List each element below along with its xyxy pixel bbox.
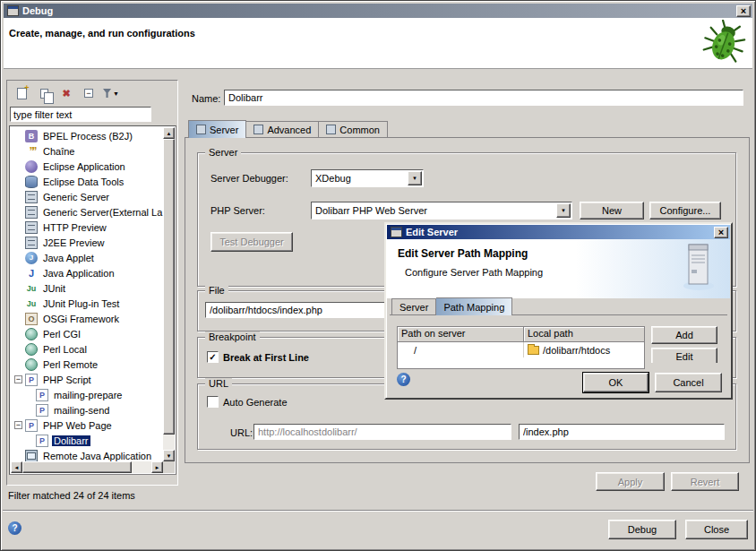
- tree-item[interactable]: Java Application: [11, 265, 163, 280]
- tree-expander-icon[interactable]: −: [14, 375, 22, 383]
- scroll-down-arrow[interactable]: [163, 450, 175, 461]
- bug-icon: [702, 20, 747, 66]
- mapping-row[interactable]: //dolibarr/htdocs: [398, 342, 644, 357]
- tree-item[interactable]: BPEL Process (B2J): [11, 128, 163, 143]
- filter-menu-button[interactable]: [103, 85, 119, 101]
- collapse-all-icon: [84, 89, 93, 98]
- name-input[interactable]: [224, 90, 743, 106]
- footer-separator: [3, 510, 753, 512]
- perl-icon: [25, 328, 38, 340]
- tree-item-label: OSGi Framework: [41, 314, 121, 324]
- folder-icon: [528, 346, 539, 355]
- new-server-button[interactable]: New: [580, 202, 644, 220]
- perl-icon: [25, 343, 38, 356]
- url-base-input[interactable]: [253, 424, 511, 440]
- tree-item[interactable]: Dolibarr: [11, 433, 163, 448]
- edit-mapping-button-clipped[interactable]: Edit: [651, 348, 717, 363]
- tree-item[interactable]: −PHP Script: [11, 372, 163, 387]
- tree-item[interactable]: Perl Remote: [11, 357, 163, 372]
- tab-label: Server: [399, 302, 428, 313]
- edit-mapping-button[interactable]: Edit: [651, 348, 717, 363]
- breakpoint-group-title: Breakpoint: [205, 331, 260, 342]
- tree-item[interactable]: Java Applet: [11, 250, 163, 265]
- add-mapping-button[interactable]: Add: [651, 326, 717, 344]
- tree-item[interactable]: Remote Java Application: [11, 448, 163, 461]
- tab-server-settings[interactable]: Server: [391, 298, 436, 315]
- collapse-all-button[interactable]: [81, 85, 97, 101]
- filter-input[interactable]: [10, 107, 151, 122]
- new-configuration-button[interactable]: [13, 85, 30, 101]
- php-file-icon: [36, 389, 48, 401]
- tree-item[interactable]: mailing-send: [11, 402, 163, 418]
- dialog-help-icon[interactable]: [397, 373, 410, 386]
- tree-item[interactable]: Perl Local: [11, 341, 163, 357]
- close-button[interactable]: Close: [685, 520, 748, 539]
- tab-advanced[interactable]: Advanced: [246, 121, 319, 138]
- tab-common[interactable]: Common: [319, 121, 388, 138]
- tree-item[interactable]: Generic Server(External La: [11, 204, 163, 220]
- delete-configuration-button[interactable]: [58, 85, 74, 101]
- tree-item[interactable]: J2EE Preview: [11, 235, 163, 250]
- cancel-button[interactable]: Cancel: [655, 373, 722, 392]
- http-icon: [25, 221, 38, 234]
- tree-item[interactable]: mailing-prepare: [11, 387, 163, 402]
- tree-item[interactable]: −PHP Web Page: [11, 418, 163, 433]
- debug-button[interactable]: Debug: [608, 520, 676, 539]
- configure-server-button[interactable]: Configure...: [649, 202, 721, 220]
- dropdown-arrow-icon[interactable]: [408, 171, 422, 185]
- auto-generate-label: Auto Generate: [223, 397, 288, 408]
- tree-horizontal-scrollbar[interactable]: [11, 461, 163, 473]
- revert-button: Revert: [671, 472, 739, 491]
- path-mapping-table[interactable]: Path on server Local path //dolibarr/htd…: [397, 326, 645, 369]
- help-icon[interactable]: [8, 521, 21, 535]
- tree-item[interactable]: Generic Server: [11, 189, 163, 204]
- url-path-input[interactable]: [519, 424, 725, 440]
- close-window-button[interactable]: [736, 5, 751, 17]
- tree-item[interactable]: OSGi Framework: [11, 311, 163, 326]
- vertical-scrollbar-thumb[interactable]: [163, 139, 175, 435]
- horizontal-scrollbar-thumb[interactable]: [22, 461, 132, 473]
- server-icon: [25, 191, 38, 203]
- edit-server-close-button[interactable]: [714, 227, 728, 238]
- tab-server[interactable]: Server: [188, 120, 246, 138]
- tab-path-mapping[interactable]: Path Mapping: [436, 297, 512, 315]
- tree-item[interactable]: Eclipse Application: [11, 159, 163, 174]
- config-tabs: Server Advanced Common: [188, 120, 388, 138]
- ok-button[interactable]: OK: [583, 373, 649, 392]
- scroll-left-arrow[interactable]: [11, 461, 22, 473]
- tree-item-label: mailing-prepare: [52, 390, 124, 400]
- tree-item[interactable]: Perl CGI: [11, 326, 163, 341]
- edit-server-subheading: Configure Server Path Mapping: [405, 267, 543, 278]
- tree-item-label: mailing-send: [52, 405, 111, 416]
- applet-icon: [25, 252, 38, 264]
- tree-item[interactable]: Chaîne: [11, 143, 163, 159]
- config-tree: BPEL Process (B2J)ChaîneEclipse Applicat…: [11, 128, 163, 461]
- auto-generate-checkbox[interactable]: [207, 396, 219, 408]
- tree-item[interactable]: JUnit Plug-in Test: [11, 296, 163, 311]
- break-at-first-line-checkbox[interactable]: [207, 351, 219, 363]
- server-debugger-select[interactable]: XDebug: [311, 169, 424, 187]
- scroll-up-arrow[interactable]: [163, 127, 175, 139]
- junit-icon: [25, 282, 38, 295]
- tree-item[interactable]: Eclipse Data Tools: [11, 174, 163, 189]
- tab-label: Server: [210, 125, 238, 135]
- tree-item-label: Perl Local: [41, 344, 89, 355]
- tree-expander-icon[interactable]: −: [14, 421, 22, 429]
- tab-label: Advanced: [267, 125, 311, 135]
- dropdown-arrow-icon[interactable]: [556, 203, 571, 218]
- bpel-icon: [25, 130, 38, 142]
- tree-item-label: PHP Web Page: [41, 420, 114, 431]
- tree-item[interactable]: HTTP Preview: [11, 220, 163, 235]
- php-server-select[interactable]: Dolibarr PHP Web Server: [311, 202, 572, 220]
- column-local-path: Local path: [524, 327, 644, 342]
- tab-label: Common: [339, 125, 380, 135]
- php-file-icon: [36, 404, 48, 417]
- server-illustration-icon: [682, 243, 716, 293]
- filter-icon: [103, 89, 111, 98]
- tree-vertical-scrollbar[interactable]: [163, 127, 175, 461]
- local-path-cell: /dolibarr/htdocs: [524, 342, 644, 357]
- duplicate-configuration-button[interactable]: [36, 85, 52, 101]
- tree-item[interactable]: JUnit: [11, 280, 163, 296]
- server-tab-icon: [196, 125, 206, 134]
- scroll-right-arrow[interactable]: [151, 461, 163, 473]
